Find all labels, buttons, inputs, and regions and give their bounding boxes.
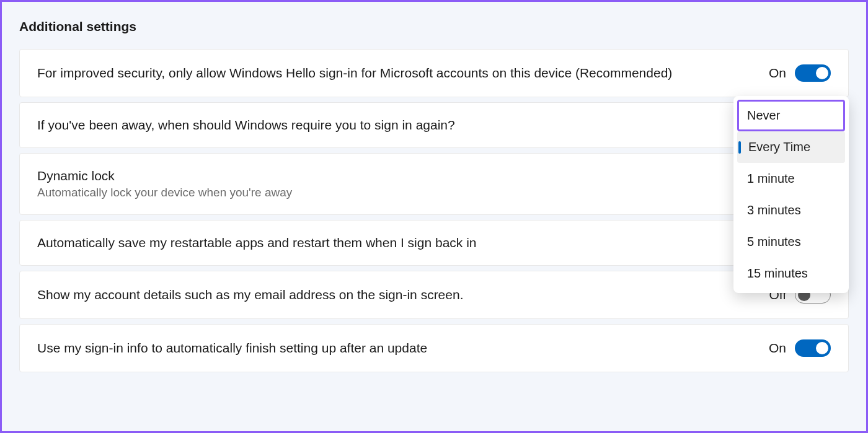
setting-signin-info: Use my sign-in info to automatically fin… [19,324,849,372]
restartable-apps-label: Automatically save my restartable apps a… [37,235,831,250]
setting-require-signin: If you've been away, when should Windows… [19,102,849,148]
require-signin-dropdown[interactable]: Never Every Time 1 minute 3 minutes 5 mi… [733,96,849,293]
setting-dynamic-lock[interactable]: Dynamic lock Automatically lock your dev… [19,153,849,215]
windows-hello-toggle-state: On [769,66,786,81]
dropdown-option-every-time[interactable]: Every Time [737,131,845,163]
dropdown-option-15-minutes[interactable]: 15 minutes [737,258,845,289]
windows-hello-toggle[interactable] [795,64,831,82]
dropdown-option-5-minutes[interactable]: 5 minutes [737,226,845,258]
signin-info-toggle-state: On [769,341,786,356]
dropdown-option-3-minutes[interactable]: 3 minutes [737,195,845,226]
section-title: Additional settings [19,19,849,34]
setting-account-details: Show my account details such as my email… [19,271,849,319]
toggle-knob [816,342,828,354]
toggle-knob [816,67,828,79]
signin-info-label: Use my sign-in info to automatically fin… [37,341,769,356]
dropdown-option-never[interactable]: Never [737,100,845,131]
account-details-label: Show my account details such as my email… [37,287,769,302]
require-signin-label: If you've been away, when should Windows… [37,118,831,133]
signin-info-toggle[interactable] [795,339,831,357]
dropdown-option-1-minute[interactable]: 1 minute [737,163,845,195]
dynamic-lock-sublabel: Automatically lock your device when you'… [37,186,831,199]
dynamic-lock-label: Dynamic lock [37,168,831,183]
setting-windows-hello: For improved security, only allow Window… [19,49,849,97]
setting-restartable-apps: Automatically save my restartable apps a… [19,220,849,266]
windows-hello-label: For improved security, only allow Window… [37,66,769,81]
